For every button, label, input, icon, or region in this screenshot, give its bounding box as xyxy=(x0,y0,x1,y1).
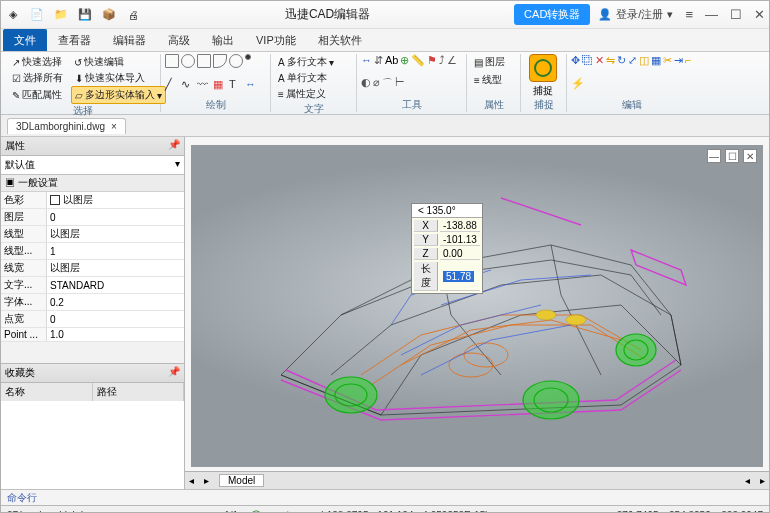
minimize-icon[interactable]: — xyxy=(705,7,718,22)
align-icon[interactable]: ⇵ xyxy=(374,54,383,67)
trim-icon[interactable]: ✂ xyxy=(663,54,672,67)
pin-icon[interactable]: 📌 xyxy=(168,139,180,153)
new-icon[interactable]: 📄 xyxy=(29,7,45,23)
ellipse-icon[interactable] xyxy=(229,54,243,68)
text-icon[interactable]: T xyxy=(229,78,243,90)
quick-edit-button[interactable]: ↺ 快速编辑 xyxy=(71,54,127,70)
nav-right-icon[interactable]: ▸ xyxy=(204,475,209,486)
explode-icon[interactable]: ⚡ xyxy=(571,77,585,90)
save-icon[interactable]: 💾 xyxy=(77,7,93,23)
fast-import-button[interactable]: ⬇ 快速实体导入 xyxy=(72,70,148,86)
command-line[interactable]: 命令行 xyxy=(1,489,769,505)
match-prop-button[interactable]: ✎ 匹配属性 xyxy=(9,86,65,104)
tab-output[interactable]: 输出 xyxy=(201,29,245,51)
tag-icon[interactable]: ⚑ xyxy=(427,54,437,67)
prop-row-lscale[interactable]: 线型...1 xyxy=(1,243,184,260)
open-icon[interactable]: 📁 xyxy=(53,7,69,23)
pin-icon[interactable]: 📌 xyxy=(168,366,180,380)
nav-left-icon[interactable]: ◂ xyxy=(189,475,194,486)
defaults-dropdown[interactable]: 默认值▾ xyxy=(1,156,184,175)
scale-icon[interactable]: ⤢ xyxy=(628,54,637,67)
viewport-close-icon[interactable]: ✕ xyxy=(743,149,757,163)
dim-icon[interactable]: ↔ xyxy=(245,78,259,90)
find-icon[interactable]: Ab xyxy=(385,54,398,66)
rect-icon[interactable] xyxy=(165,54,179,68)
general-settings-section[interactable]: ▣ 一般设置 xyxy=(1,175,184,192)
close-icon[interactable]: ✕ xyxy=(754,7,765,22)
viewport-max-icon[interactable]: ☐ xyxy=(725,149,739,163)
prop-row-lweight[interactable]: 线宽以图层 xyxy=(1,260,184,277)
prop-row-layer[interactable]: 图层0 xyxy=(1,209,184,226)
prop-row-color[interactable]: 色彩以图层 xyxy=(1,192,184,209)
diameter-icon[interactable]: ⌀ xyxy=(373,76,380,89)
polyline-icon[interactable]: ∿ xyxy=(181,78,195,91)
snap-circle-icon[interactable]: ◯ xyxy=(250,509,262,513)
line-icon[interactable]: ╱ xyxy=(165,78,179,91)
propdef-button[interactable]: ≡ 属性定义 xyxy=(275,86,329,102)
arc-icon[interactable] xyxy=(213,54,227,68)
prop-row-point[interactable]: Point ...1.0 xyxy=(1,328,184,342)
hatch-icon[interactable]: ▦ xyxy=(213,78,227,91)
fav-col-name[interactable]: 名称 xyxy=(1,383,93,401)
locate-icon[interactable]: ⊕ xyxy=(400,54,409,67)
point-icon[interactable] xyxy=(245,54,251,60)
spline-icon[interactable]: 〰 xyxy=(197,78,211,90)
tab-close-icon[interactable]: × xyxy=(111,121,117,132)
copy-icon[interactable]: ⿻ xyxy=(582,54,593,66)
title-bar: ◈ 📄 📁 💾 📦 🖨 迅捷CAD编辑器 CAD转换器 👤 登录/注册 ▾ ≡ … xyxy=(1,1,769,29)
capture-button[interactable]: 捕捉 xyxy=(525,54,561,98)
delete-icon[interactable]: ✕ xyxy=(595,54,604,67)
prop-row-fsize[interactable]: 字体...0.2 xyxy=(1,294,184,311)
region-icon[interactable] xyxy=(197,54,211,68)
ruler-icon[interactable]: 📏 xyxy=(411,54,425,67)
measure-icon[interactable]: ↔ xyxy=(361,54,372,66)
snap-perp-icon[interactable]: ⊥ xyxy=(283,509,293,513)
snap-check-icon[interactable]: ✔ xyxy=(299,509,308,513)
viewport-min-icon[interactable]: — xyxy=(707,149,721,163)
ordinate-icon[interactable]: ⊢ xyxy=(395,76,405,89)
quick-select-button[interactable]: ↗ 快速选择 xyxy=(9,54,65,70)
singleline-text-button[interactable]: A 单行文本 xyxy=(275,70,330,86)
prop-row-dot[interactable]: 点宽0 xyxy=(1,311,184,328)
help-icon[interactable]: ≡ xyxy=(685,7,693,22)
circle-icon[interactable] xyxy=(181,54,195,68)
canvas-3d[interactable]: — ☐ ✕ xyxy=(191,145,763,467)
multiline-text-button[interactable]: A 多行文本 ▾ xyxy=(275,54,337,70)
print-icon[interactable]: 🖨 xyxy=(125,7,141,23)
linetype-button[interactable]: ≡ 线型 xyxy=(471,72,505,88)
arc-len-icon[interactable]: ⌒ xyxy=(382,76,393,91)
fav-col-path[interactable]: 路径 xyxy=(93,383,185,401)
viewport[interactable]: — ☐ ✕ xyxy=(185,137,769,489)
maximize-icon[interactable]: ☐ xyxy=(730,7,742,22)
select-all-button[interactable]: ☑ 选择所有 xyxy=(9,70,66,86)
offset-icon[interactable]: ◫ xyxy=(639,54,649,67)
extend-icon[interactable]: ⇥ xyxy=(674,54,683,67)
array-icon[interactable]: ▦ xyxy=(651,54,661,67)
tab-advanced[interactable]: 高级 xyxy=(157,29,201,51)
snap-grid-icon[interactable]: ⊞ xyxy=(268,509,277,513)
prop-row-tstyle[interactable]: 文字...STANDARD xyxy=(1,277,184,294)
tab-editor[interactable]: 编辑器 xyxy=(102,29,157,51)
polygon-input-button[interactable]: ▱ 多边形实体输入 ▾ xyxy=(71,86,166,104)
tab-file[interactable]: 文件 xyxy=(3,29,47,51)
scroll-left-icon[interactable]: ◂ xyxy=(745,475,750,486)
prop-row-ltype[interactable]: 线型以图层 xyxy=(1,226,184,243)
angle-icon[interactable]: ∠ xyxy=(447,54,457,67)
tab-vip[interactable]: VIP功能 xyxy=(245,29,307,51)
radius-icon[interactable]: ◐ xyxy=(361,76,371,89)
tab-related[interactable]: 相关软件 xyxy=(307,29,373,51)
document-tab[interactable]: 3DLamborghini.dwg× xyxy=(7,118,126,134)
zip-icon[interactable]: 📦 xyxy=(101,7,117,23)
group-label-draw: 绘制 xyxy=(165,98,266,112)
model-tab[interactable]: Model xyxy=(219,474,264,487)
tab-viewer[interactable]: 查看器 xyxy=(47,29,102,51)
scroll-right-icon[interactable]: ▸ xyxy=(760,475,765,486)
login-button[interactable]: 👤 登录/注册 ▾ xyxy=(598,7,673,22)
link-icon[interactable]: ⤴ xyxy=(439,54,445,66)
cad-converter-button[interactable]: CAD转换器 xyxy=(514,4,590,25)
mirror-icon[interactable]: ⇋ xyxy=(606,54,615,67)
fillet-icon[interactable]: ⌐ xyxy=(685,54,691,66)
move-icon[interactable]: ✥ xyxy=(571,54,580,67)
rotate-icon[interactable]: ↻ xyxy=(617,54,626,67)
layer-button[interactable]: ▤ 图层 xyxy=(471,54,508,70)
